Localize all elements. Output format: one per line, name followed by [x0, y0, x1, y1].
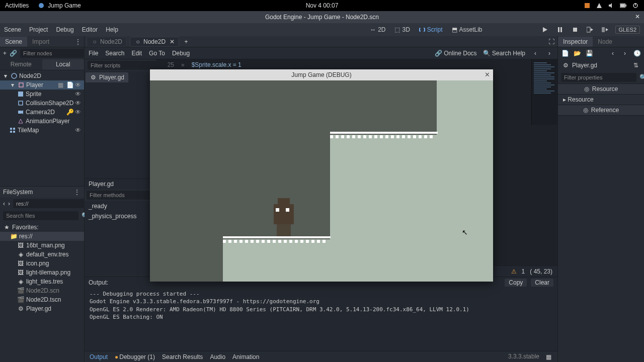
- history-back-icon[interactable]: ‹: [609, 49, 617, 57]
- filter-properties-input[interactable]: [561, 73, 636, 82]
- renderer-selector[interactable]: GLES2: [615, 26, 640, 34]
- activities-button[interactable]: Activities: [5, 2, 29, 9]
- layout-icon[interactable]: ▦: [544, 353, 552, 361]
- mode-2d[interactable]: ↔ 2D: [368, 25, 387, 34]
- new-resource-icon[interactable]: 📄: [561, 49, 569, 57]
- subtab-remote[interactable]: Remote: [0, 59, 42, 70]
- fs-file[interactable]: ⚙Player.gd: [0, 304, 84, 313]
- mode-3d[interactable]: ⬚ 3D: [392, 25, 412, 34]
- game-close-icon[interactable]: ✕: [485, 71, 490, 78]
- fs-file[interactable]: 🖼16bt_man.png: [0, 241, 84, 250]
- scene-tab-2[interactable]: ○Node2D✕: [130, 37, 179, 47]
- visibility-icon[interactable]: 👁: [75, 90, 82, 98]
- app-indicator[interactable]: Jump Game: [38, 2, 80, 9]
- inspected-object[interactable]: Player.gd: [572, 62, 629, 69]
- inspector-section-reference[interactable]: ◎ Reference: [558, 105, 644, 116]
- filter-scripts-input[interactable]: [88, 61, 163, 70]
- script-menu-search[interactable]: Search: [105, 50, 124, 57]
- add-node-icon[interactable]: +: [3, 49, 7, 57]
- play-custom-button[interactable]: [600, 25, 610, 34]
- fs-file[interactable]: ◈default_env.tres: [0, 250, 84, 259]
- bottom-tab-animation[interactable]: Animation: [232, 353, 259, 360]
- search-icon[interactable]: 🔍: [639, 73, 644, 81]
- script-nav-fwd-icon[interactable]: ›: [545, 49, 553, 57]
- tab-node[interactable]: Node: [593, 37, 617, 47]
- close-tab-icon[interactable]: ✕: [170, 38, 175, 45]
- fs-favorites[interactable]: ★Favorites:: [0, 223, 84, 232]
- game-debug-window[interactable]: Jump Game (DEBUG) ✕: [150, 69, 493, 282]
- open-script-tab[interactable]: ⚙ Player.gd: [86, 72, 128, 82]
- bottom-tab-debugger[interactable]: ●Debugger (1): [115, 353, 155, 360]
- script-menu-debug[interactable]: Debug: [172, 50, 190, 57]
- collapse-icon[interactable]: ▾: [9, 81, 16, 88]
- warning-icon[interactable]: ⚠: [511, 268, 517, 275]
- fs-root-folder[interactable]: 📁res://: [0, 232, 84, 241]
- tray-battery-icon[interactable]: [620, 2, 627, 9]
- tree-node-root[interactable]: ▾ Node2D: [0, 71, 84, 80]
- tree-node-sprite[interactable]: Sprite 👁: [0, 89, 84, 99]
- window-close-icon[interactable]: ✕: [635, 13, 640, 20]
- tree-node-player[interactable]: ▾ Player ▦ 📄 👁: [0, 80, 84, 89]
- fs-file[interactable]: 🖼light-tilemap.png: [0, 268, 84, 277]
- clock[interactable]: Nov 4 00:07: [306, 2, 339, 9]
- tab-scene[interactable]: Scene: [0, 37, 27, 47]
- fs-fwd-icon[interactable]: ›: [8, 200, 10, 208]
- load-resource-icon[interactable]: 📂: [573, 49, 581, 57]
- save-resource-icon[interactable]: 💾: [585, 49, 593, 57]
- key-icon[interactable]: 🔑: [66, 109, 73, 116]
- distraction-free-icon[interactable]: ⛶: [547, 38, 555, 46]
- play-scene-button[interactable]: [585, 25, 595, 34]
- visibility-icon[interactable]: 👁: [75, 100, 82, 107]
- fs-file[interactable]: ◈light_tiles.tres: [0, 277, 84, 286]
- menu-help[interactable]: Help: [106, 26, 118, 33]
- scene-tab-1[interactable]: ○Node2D: [87, 37, 127, 47]
- script-menu-edit[interactable]: Edit: [131, 50, 142, 57]
- bottom-tab-search[interactable]: Search Results: [162, 353, 203, 360]
- fs-file[interactable]: 🎬Node2D.tscn: [0, 295, 84, 304]
- method-item[interactable]: _ready: [85, 201, 156, 211]
- search-help-link[interactable]: 🔍 Search Help: [483, 50, 525, 57]
- history-icon[interactable]: 🕓: [633, 49, 641, 57]
- tray-power-icon[interactable]: [632, 2, 639, 9]
- menu-editor[interactable]: Editor: [82, 26, 98, 33]
- tray-volume-icon[interactable]: [608, 2, 615, 9]
- fs-file[interactable]: 🖼icon.png: [0, 259, 84, 268]
- visibility-icon[interactable]: 👁: [75, 109, 82, 116]
- tab-import[interactable]: Import: [27, 37, 54, 47]
- subtab-local[interactable]: Local: [42, 59, 85, 70]
- visibility-icon[interactable]: 👁: [75, 127, 82, 134]
- bottom-tab-audio[interactable]: Audio: [210, 353, 225, 360]
- tree-node-camera[interactable]: Camera2D 🔑👁: [0, 108, 84, 117]
- inspector-section-resource[interactable]: ◎ Resource: [558, 83, 644, 95]
- copy-button[interactable]: Copy: [505, 279, 527, 287]
- window-titlebar[interactable]: Godot Engine - Jump Game - Node2D.scn ✕: [0, 11, 644, 23]
- collapse-icon[interactable]: ▾: [2, 72, 9, 79]
- script-icon[interactable]: 📄: [66, 81, 73, 88]
- groups-icon[interactable]: ▦: [58, 81, 65, 88]
- tree-node-anim[interactable]: AnimationPlayer: [0, 117, 84, 126]
- visibility-icon[interactable]: 👁: [75, 81, 82, 88]
- online-docs-link[interactable]: 🔗 Online Docs: [435, 50, 477, 57]
- tree-node-collision[interactable]: CollisionShape2D 👁: [0, 99, 84, 108]
- fs-file[interactable]: 🎬Node2D.scn: [0, 286, 84, 295]
- extra-options-icon[interactable]: ⇅: [632, 61, 640, 69]
- tray-network-icon[interactable]: [596, 2, 603, 9]
- instance-scene-icon[interactable]: 🔗: [10, 49, 17, 57]
- dock-options-icon[interactable]: ⋮: [73, 188, 81, 196]
- add-tab-icon[interactable]: +: [182, 38, 190, 46]
- mode-assetlib[interactable]: ⬒ AssetLib: [450, 25, 485, 34]
- method-item[interactable]: _physics_process: [85, 211, 156, 221]
- play-button[interactable]: [540, 25, 550, 34]
- script-menu-goto[interactable]: Go To: [149, 50, 165, 57]
- tree-node-tilemap[interactable]: TileMap 👁: [0, 126, 84, 135]
- menu-project[interactable]: Project: [29, 26, 48, 33]
- tray-notify-icon[interactable]: [584, 2, 591, 9]
- menu-scene[interactable]: Scene: [4, 26, 21, 33]
- stop-button[interactable]: [570, 25, 580, 34]
- code-minimap[interactable]: [531, 59, 557, 125]
- output-log[interactable]: --- Debugging process started --- Godot …: [85, 288, 557, 351]
- script-menu-file[interactable]: File: [89, 50, 98, 57]
- game-window-titlebar[interactable]: Jump Game (DEBUG) ✕: [150, 69, 493, 80]
- bottom-tab-output[interactable]: Output: [90, 353, 108, 360]
- script-nav-back-icon[interactable]: ‹: [531, 49, 539, 57]
